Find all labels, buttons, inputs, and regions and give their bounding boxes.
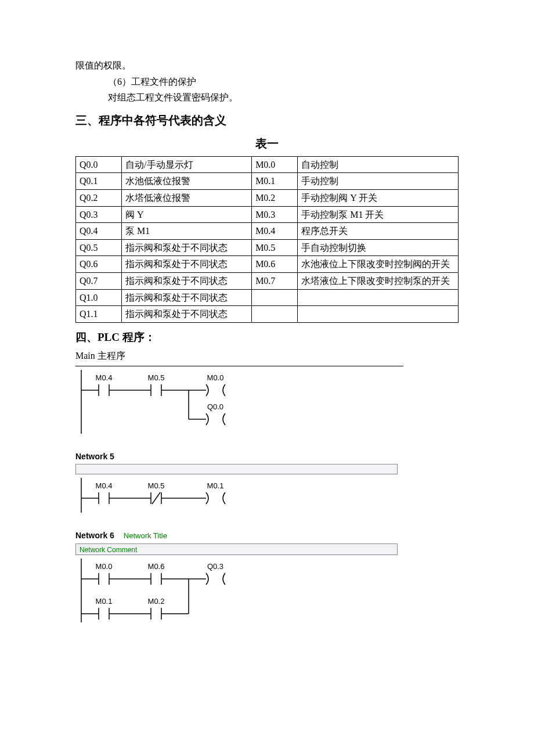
table-cell — [298, 306, 459, 323]
table-cell: M0.4 — [252, 223, 298, 240]
table-cell: M0.2 — [252, 189, 298, 206]
network-6-comment-bar: Network Comment — [75, 543, 398, 555]
contact-label: M0.4 — [96, 481, 113, 490]
table-cell: 指示阀和泵处于不同状态 — [122, 239, 252, 256]
table-cell: Q0.2 — [76, 189, 122, 206]
para-item6-body: 对组态工程文件设置密码保护。 — [75, 90, 459, 105]
network-6-label: Network 6 Network Title — [75, 529, 403, 542]
heading4-suffix: 程序： — [120, 331, 156, 343]
table-row: Q0.0自动/手动显示灯M0.0自动控制 — [76, 156, 459, 173]
coil-label: Q0.3 — [207, 562, 223, 571]
network-6-label-text: Network 6 — [75, 531, 114, 540]
contact-label: M0.1 — [96, 597, 113, 606]
signal-table: Q0.0自动/手动显示灯M0.0自动控制Q0.1水池低液位报警M0.1手动控制Q… — [75, 156, 459, 323]
table-row: Q1.1指示阀和泵处于不同状态 — [76, 306, 459, 323]
para-top-line: 限值的权限。 — [75, 58, 459, 73]
ladder-diagram: M0.4 M0.5 M0.0 Q0.0 Network 5 M0.4 M0.5 — [75, 366, 403, 622]
table-cell: 指示阀和泵处于不同状态 — [122, 306, 252, 323]
coil-label: M0.1 — [207, 481, 224, 490]
table-cell: 手动控制泵 M1 开关 — [298, 206, 459, 223]
table-cell: Q0.6 — [76, 256, 122, 273]
table-cell: Q1.0 — [76, 289, 122, 306]
table-row: Q0.5指示阀和泵处于不同状态M0.5手自动控制切换 — [76, 239, 459, 256]
ladder-rung-5: M0.4 M0.5 M0.1 — [75, 478, 261, 513]
table-cell: 自动控制 — [298, 156, 459, 173]
table-row: Q0.6指示阀和泵处于不同状态M0.6水池液位上下限改变时控制阀的开关 — [76, 256, 459, 273]
table-cell: Q0.0 — [76, 156, 122, 173]
table-cell: Q0.3 — [76, 206, 122, 223]
table-cell: 指示阀和泵处于不同状态 — [122, 272, 252, 289]
ladder-rung-4: M0.4 M0.5 M0.0 Q0.0 — [75, 370, 261, 434]
table-cell: 手自动控制切换 — [298, 239, 459, 256]
table-row: Q0.7指示阀和泵处于不同状态M0.7水塔液位上下限改变时控制泵的开关 — [76, 272, 459, 289]
contact-label: M0.5 — [148, 481, 165, 490]
table-cell: 手动控制 — [298, 173, 459, 190]
table-cell — [298, 289, 459, 306]
table-cell: Q0.1 — [76, 173, 122, 190]
table-cell — [252, 289, 298, 306]
coil-label: M0.0 — [207, 373, 224, 382]
table-cell: M0.1 — [252, 173, 298, 190]
table-row: Q0.3阀 YM0.3手动控制泵 M1 开关 — [76, 206, 459, 223]
table-cell: 水池液位上下限改变时控制阀的开关 — [298, 256, 459, 273]
table-cell: 程序总开关 — [298, 223, 459, 240]
table-cell: 泵 M1 — [122, 223, 252, 240]
table-row: Q1.0指示阀和泵处于不同状态 — [76, 289, 459, 306]
table-caption: 表一 — [75, 134, 459, 153]
ladder-rung-6: M0.0 M0.6 Q0.3 M0.1 M0.2 — [75, 559, 261, 622]
contact-label: M0.6 — [148, 562, 165, 571]
table-cell: 指示阀和泵处于不同状态 — [122, 289, 252, 306]
table-cell: Q0.5 — [76, 239, 122, 256]
contact-label: M0.0 — [96, 562, 113, 571]
heading4-prefix: 四、 — [75, 331, 98, 343]
table-cell: Q1.1 — [76, 306, 122, 323]
network-5-bar — [75, 464, 398, 474]
table-row: Q0.2水塔低液位报警M0.2手动控制阀 Y 开关 — [76, 189, 459, 206]
contact-label: M0.5 — [148, 373, 165, 382]
heading-section-3: 三、程序中各符号代表的含义 — [75, 111, 459, 129]
table-cell: M0.3 — [252, 206, 298, 223]
coil-label: Q0.0 — [207, 402, 223, 411]
table-cell: 水池低液位报警 — [122, 173, 252, 190]
svg-line-17 — [152, 492, 160, 504]
table-cell: M0.6 — [252, 256, 298, 273]
heading-section-4: 四、PLC 程序： — [75, 329, 459, 346]
contact-label: M0.4 — [96, 373, 113, 382]
table-cell: 自动/手动显示灯 — [122, 156, 252, 173]
heading4-latin: PLC — [98, 331, 120, 343]
table-cell: 阀 Y — [122, 206, 252, 223]
network-6-title: Network Title — [124, 531, 167, 540]
table-cell: M0.7 — [252, 272, 298, 289]
table-cell: M0.0 — [252, 156, 298, 173]
contact-label: M0.2 — [148, 597, 165, 606]
para-item6-title: （6）工程文件的保护 — [75, 74, 459, 89]
table-cell: 水塔液位上下限改变时控制泵的开关 — [298, 272, 459, 289]
table-cell — [252, 306, 298, 323]
table-cell: 水塔低液位报警 — [122, 189, 252, 206]
table-cell: 手动控制阀 Y 开关 — [298, 189, 459, 206]
table-row: Q0.1水池低液位报警M0.1手动控制 — [76, 173, 459, 190]
table-cell: 指示阀和泵处于不同状态 — [122, 256, 252, 273]
table-cell: Q0.7 — [76, 272, 122, 289]
table-row: Q0.4泵 M1M0.4程序总开关 — [76, 223, 459, 240]
network-5-label: Network 5 — [75, 450, 403, 463]
table-cell: M0.5 — [252, 239, 298, 256]
main-program-label: Main 主程序 — [75, 348, 459, 363]
table-cell: Q0.4 — [76, 223, 122, 240]
